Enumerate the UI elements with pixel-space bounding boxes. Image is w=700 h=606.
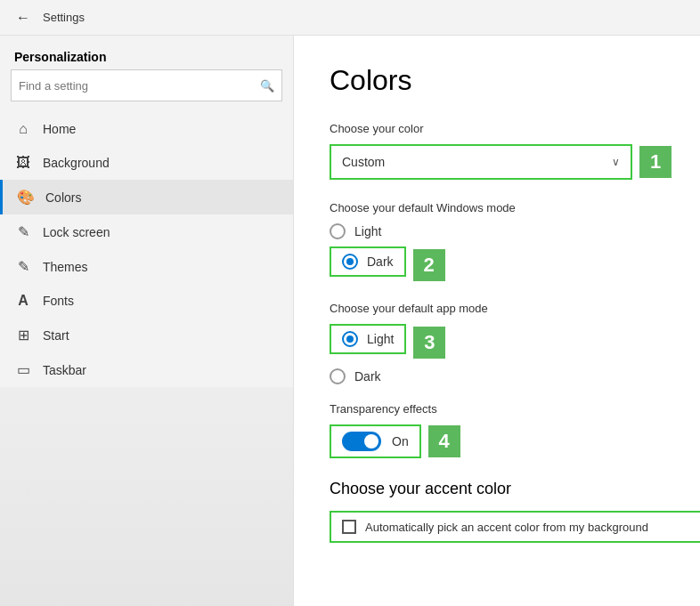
windows-light-label: Light bbox=[354, 224, 381, 238]
sidebar-item-lock-screen[interactable]: ✎ Lock screen bbox=[0, 214, 293, 249]
themes-icon: ✎ bbox=[14, 258, 32, 275]
windows-dark-label: Dark bbox=[367, 255, 394, 269]
sidebar-item-label: Themes bbox=[43, 260, 88, 274]
sidebar-item-label: Lock screen bbox=[43, 225, 110, 239]
sidebar: Personalization 🔍 ⌂ Home 🖼 Background 🎨 … bbox=[0, 36, 294, 606]
toggle-knob bbox=[364, 434, 378, 448]
sidebar-item-colors[interactable]: 🎨 Colors bbox=[0, 180, 293, 214]
windows-dark-radio[interactable]: Dark bbox=[330, 246, 406, 277]
sidebar-section-title: Personalization bbox=[0, 43, 293, 69]
transparency-on-label: On bbox=[392, 434, 409, 448]
search-icon: 🔍 bbox=[260, 79, 274, 93]
sidebar-item-fonts[interactable]: A Fonts bbox=[0, 284, 293, 318]
transparency-toggle-row: On 4 bbox=[330, 424, 664, 458]
app-light-label: Light bbox=[367, 332, 394, 346]
page-title: Colors bbox=[330, 64, 664, 97]
app-light-radio[interactable]: Light bbox=[330, 324, 406, 354]
colors-icon: 🎨 bbox=[17, 189, 35, 206]
dropdown-value: Custom bbox=[342, 155, 385, 169]
title-bar: ← Settings bbox=[0, 0, 700, 36]
background-icon: 🖼 bbox=[14, 155, 32, 171]
sidebar-blur bbox=[0, 387, 293, 606]
sidebar-item-background[interactable]: 🖼 Background bbox=[0, 146, 293, 180]
windows-dark-row: Dark 2 bbox=[330, 246, 664, 284]
app-mode-section: Choose your default app mode Light 3 Dar… bbox=[330, 302, 664, 384]
badge-2: 2 bbox=[413, 249, 445, 281]
accent-title: Choose your accent color bbox=[330, 480, 664, 498]
app-dark-label: Dark bbox=[354, 369, 381, 384]
badge-3: 3 bbox=[413, 327, 445, 359]
back-button[interactable]: ← bbox=[11, 5, 36, 30]
sidebar-item-label: Taskbar bbox=[43, 363, 86, 377]
radio-circle-app-light bbox=[342, 331, 358, 347]
fonts-icon: A bbox=[14, 293, 32, 309]
back-icon: ← bbox=[16, 10, 30, 26]
app-mode-label: Choose your default app mode bbox=[330, 302, 664, 315]
sidebar-item-label: Background bbox=[43, 156, 110, 170]
windows-mode-label: Choose your default Windows mode bbox=[330, 201, 664, 214]
radio-circle-app-dark bbox=[330, 368, 346, 384]
accent-checkbox-label: Automatically pick an accent color from … bbox=[365, 521, 648, 534]
app-light-row: Light 3 bbox=[330, 324, 664, 361]
windows-mode-section: Choose your default Windows mode Light D… bbox=[330, 201, 664, 284]
search-input[interactable] bbox=[19, 79, 260, 93]
accent-section: Choose your accent color Automatically p… bbox=[330, 480, 664, 543]
start-icon: ⊞ bbox=[14, 327, 32, 343]
sidebar-item-label: Home bbox=[43, 122, 76, 136]
taskbar-icon: ▭ bbox=[14, 361, 32, 378]
sidebar-item-start[interactable]: ⊞ Start bbox=[0, 318, 293, 352]
radio-circle-light bbox=[330, 223, 346, 239]
lock-screen-icon: ✎ bbox=[14, 223, 32, 240]
search-box[interactable]: 🔍 bbox=[11, 69, 282, 101]
windows-light-radio[interactable]: Light bbox=[330, 223, 664, 239]
accent-checkbox-row[interactable]: Automatically pick an accent color from … bbox=[330, 511, 700, 543]
color-dropdown[interactable]: Custom ∨ bbox=[330, 144, 632, 180]
content-area: Colors Choose your color Custom ∨ 1 Choo… bbox=[294, 36, 700, 606]
toggle-track[interactable] bbox=[342, 432, 381, 451]
radio-circle-dark bbox=[342, 254, 358, 270]
home-icon: ⌂ bbox=[14, 121, 32, 137]
badge-4: 4 bbox=[428, 425, 460, 457]
window-title: Settings bbox=[43, 11, 85, 24]
chevron-down-icon: ∨ bbox=[612, 156, 620, 168]
main-layout: Personalization 🔍 ⌂ Home 🖼 Background 🎨 … bbox=[0, 36, 700, 606]
badge-1: 1 bbox=[639, 146, 672, 178]
sidebar-item-label: Start bbox=[43, 328, 69, 343]
sidebar-item-themes[interactable]: ✎ Themes bbox=[0, 249, 293, 284]
sidebar-item-taskbar[interactable]: ▭ Taskbar bbox=[0, 352, 293, 387]
choose-color-label: Choose your color bbox=[330, 122, 664, 135]
accent-checkbox[interactable] bbox=[342, 520, 356, 534]
sidebar-item-home[interactable]: ⌂ Home bbox=[0, 112, 293, 146]
sidebar-item-label: Colors bbox=[45, 190, 81, 205]
sidebar-item-label: Fonts bbox=[43, 294, 74, 308]
transparency-section: Transparency effects On 4 bbox=[330, 402, 664, 458]
transparency-toggle-box[interactable]: On bbox=[330, 424, 421, 458]
transparency-label: Transparency effects bbox=[330, 402, 664, 416]
app-dark-radio[interactable]: Dark bbox=[330, 368, 664, 384]
